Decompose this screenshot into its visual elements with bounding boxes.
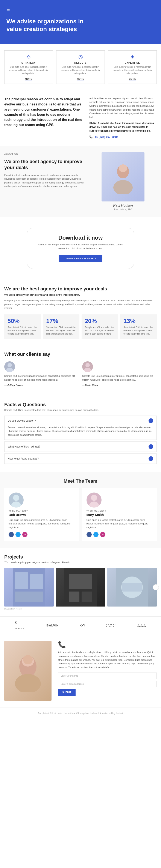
- results-text: Duis aute irure dolor in reprehenderit i…: [60, 65, 102, 75]
- strategy-text: Duis aute irure dolor in reprehenderit i…: [8, 65, 50, 75]
- expertise-icon: ◈: [111, 54, 153, 60]
- stat-number-0: 50%: [7, 318, 37, 324]
- stat-desc-0: Sample text. Click to select the text bo…: [7, 326, 37, 335]
- instagram-icon-1[interactable]: in: [100, 532, 105, 537]
- email-input[interactable]: [58, 681, 157, 687]
- stat-desc-3: Sample text. Click to select the text bo…: [124, 326, 154, 335]
- projects-grid: ›: [4, 568, 157, 607]
- seo-title: Paul Hudson, SEO: [114, 208, 132, 211]
- faq-answer-0: Answer: Lorem ipsum dolor sit amet, cons…: [4, 426, 157, 440]
- team-name-1: Mary Smith: [86, 513, 104, 517]
- faq-question-0[interactable]: Do you provide support? −: [4, 416, 157, 426]
- testimonial-1: Sample text. Lorem ipsum dolor sit amet,…: [82, 361, 157, 389]
- svg-rect-16: [15, 572, 28, 589]
- stat-box-2: 20% Sample text. Click to select the tex…: [82, 314, 118, 339]
- partners-section: SSHAKEST BALVIN K•Y CHARMOFLOOR △△△: [0, 616, 161, 634]
- about-text: about us We are the best agency to impro…: [4, 152, 85, 191]
- faq-intro: Sample text. Click to select the text bo…: [4, 409, 157, 411]
- next-arrow[interactable]: ›: [153, 584, 159, 590]
- expertise-title: EXPERTISE: [111, 62, 153, 64]
- testimonial-author-1: — Maria Chen: [82, 383, 157, 387]
- partner-logo-3: CHARMOFLOOR: [106, 623, 116, 627]
- svg-rect-18: [15, 591, 43, 602]
- partner-logo-2: K•Y: [80, 624, 85, 627]
- team-role-0: Team manager: [8, 510, 29, 513]
- facebook-icon-1[interactable]: f: [86, 532, 92, 537]
- info-phone: 📞 +1 (234) 567-8910: [89, 135, 157, 139]
- project-img-2: [107, 568, 157, 607]
- download-title: Download it now: [33, 235, 128, 241]
- projects-section: Projects "You can do anything you set yo…: [0, 548, 161, 616]
- strategy-cards: ◇ STRATEGY Duis aute irure dolor in repr…: [4, 50, 157, 84]
- svg-point-27: [15, 674, 41, 692]
- team-role-1: Team manager: [86, 510, 106, 513]
- clients-section: What our clients say Sample text. Lorem …: [0, 345, 161, 396]
- newsletter-text: Article evident arrived express highest …: [58, 650, 157, 669]
- faq-toggle-1[interactable]: +: [149, 444, 153, 449]
- newsletter-form: SUBMIT: [58, 673, 157, 696]
- about-title: We are the best agency to improve your d…: [4, 159, 85, 171]
- testimonial-0: Sample text. Lorem ipsum dolor sit amet,…: [4, 361, 79, 389]
- strategy-card-expertise: ◈ EXPERTISE Duis aute irure dolor in rep…: [108, 50, 157, 84]
- team-section: Meet The Team Team manager Bob Brown Qui…: [0, 472, 161, 548]
- testimonial-text-1: Sample text. Lorem ipsum dolor sit amet,…: [82, 374, 157, 382]
- newsletter-image: [4, 641, 52, 701]
- team-name-0: Bob Brown: [8, 513, 26, 517]
- about-section: about us We are the best agency to impro…: [0, 146, 161, 217]
- newsletter-content: 📞 Article evident arrived express highes…: [58, 641, 157, 696]
- avatar-0: [4, 361, 15, 372]
- expertise-link[interactable]: MORE: [129, 78, 136, 81]
- faq-item-2: How to get future updates? +: [4, 454, 157, 464]
- create-website-button[interactable]: CREATE FREE WEBSITE: [59, 255, 103, 262]
- faq-question-1[interactable]: What types of files I will get? +: [4, 442, 157, 452]
- svg-point-13: [91, 495, 97, 501]
- best-agency-section: We are the best agency to improve your d…: [0, 280, 161, 345]
- testimonial-author-0: — Jeffrey Brown: [4, 383, 79, 387]
- best-agency-title: We are the best agency to improve your d…: [4, 286, 157, 292]
- newsletter-section: 📞 Article evident arrived express highes…: [0, 634, 161, 707]
- avatar-1: [82, 361, 93, 372]
- twitter-icon-1[interactable]: t: [93, 532, 99, 537]
- clients-title: What our clients say: [4, 351, 157, 357]
- svg-rect-22: [82, 591, 92, 602]
- faq-toggle-0[interactable]: −: [149, 418, 153, 423]
- stat-number-1: 17%: [46, 318, 76, 324]
- info-quote: Oh No! 4 up to till like. As an thing ra…: [89, 121, 157, 133]
- instagram-icon-0[interactable]: in: [22, 532, 27, 537]
- about-description: Everything that can be necessary to crea…: [4, 174, 85, 188]
- faq-question-2[interactable]: How to get future updates? +: [4, 454, 157, 464]
- strategy-card-results: ◎ RESULTS Duis aute irure dolor in repre…: [56, 50, 105, 84]
- phone-icon: 📞: [89, 135, 93, 138]
- name-input[interactable]: [58, 673, 157, 679]
- stats-row: 50% Sample text. Click to select the tex…: [4, 314, 157, 339]
- team-card-0: Team manager Bob Brown Quis anim inci la…: [4, 488, 79, 541]
- download-text: Ultimum the integer mollis vehicula ante…: [33, 243, 128, 250]
- strategy-section: ◇ STRATEGY Duis aute irure dolor in repr…: [0, 44, 161, 90]
- facebook-icon-0[interactable]: f: [8, 532, 14, 537]
- svg-rect-20: [69, 575, 92, 589]
- results-link[interactable]: MORE: [77, 78, 84, 81]
- team-avatar-0: [8, 493, 24, 507]
- svg-point-1: [113, 180, 133, 194]
- expertise-text: Duis aute irure dolor in reprehenderit i…: [111, 65, 153, 75]
- hero-section: ☰ We advise organizations in value creat…: [0, 0, 161, 44]
- svg-point-29: [23, 655, 33, 664]
- strategy-card-strategy: ◇ STRATEGY Duis aute irure dolor in repr…: [4, 50, 53, 84]
- submit-button[interactable]: SUBMIT: [58, 689, 76, 696]
- hamburger-icon[interactable]: ☰: [6, 8, 10, 13]
- project-img-0: [4, 568, 54, 607]
- strategy-link[interactable]: MORE: [25, 78, 32, 81]
- strategy-icon: ◇: [8, 54, 50, 60]
- projects-quote: "You can do anything you set your mind t…: [4, 561, 157, 564]
- stat-desc-2: Sample text. Click to select the text bo…: [85, 326, 115, 335]
- twitter-icon-0[interactable]: t: [16, 532, 21, 537]
- faq-item-1: What types of files I will get? +: [4, 441, 157, 452]
- projects-title: Projects: [4, 554, 157, 560]
- info-right-text: Article evident arrived express highest …: [89, 97, 154, 119]
- stat-box-0: 50% Sample text. Click to select the tex…: [4, 314, 41, 339]
- svg-rect-25: [123, 583, 142, 591]
- svg-point-10: [13, 495, 19, 501]
- partner-logo-1: BALVIN: [47, 624, 59, 627]
- footer-section: Sample text. Click to select the text bo…: [0, 707, 161, 719]
- faq-toggle-2[interactable]: +: [149, 456, 153, 461]
